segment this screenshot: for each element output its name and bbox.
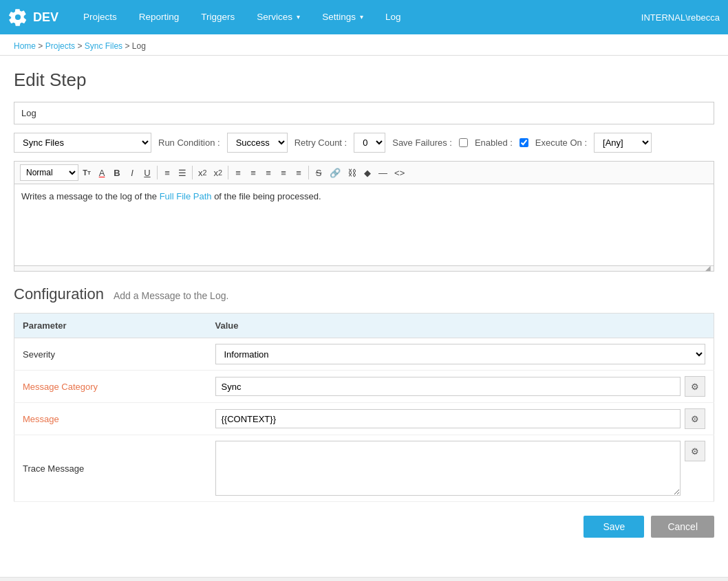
breadcrumb-projects[interactable]: Projects: [45, 41, 75, 51]
run-condition-label: Run Condition :: [158, 138, 220, 148]
trace-message-textarea[interactable]: [215, 441, 681, 496]
trace-message-value-cell: ⚙: [207, 435, 714, 502]
breadcrumb-home[interactable]: Home: [14, 41, 36, 51]
footer: © COPYRIGHT SIMEGO 2009-2017 - Ouvvi v3.…: [0, 577, 728, 581]
retry-count-select-wrap: 0123: [354, 133, 385, 153]
editor-toolbar: Normal Heading 1 Heading 2 Heading 3 TT …: [14, 161, 714, 184]
nav-item-triggers[interactable]: Triggers: [190, 0, 246, 34]
toolbar-hr-btn[interactable]: —: [376, 164, 390, 181]
toolbar-sep-3: [228, 166, 228, 179]
editor-resize-handle: ◢: [14, 266, 714, 272]
page-title: Edit Step: [14, 69, 714, 91]
nav-item-services[interactable]: Services ▾: [246, 0, 311, 34]
run-condition-select-wrap: Success Failure Any: [227, 133, 288, 153]
main-content: Edit Step Sync Files Run Condition : Suc…: [0, 56, 728, 577]
save-failures-label: Save Failures :: [392, 138, 452, 148]
execute-on-label: Execute On :: [535, 138, 587, 148]
toolbar-source-btn[interactable]: <>: [392, 164, 407, 181]
toolbar-font-color-btn[interactable]: A: [95, 164, 109, 181]
enabled-check-wrap: [520, 138, 528, 147]
brand-label: DEV: [33, 10, 58, 25]
breadcrumb-log: Log: [132, 41, 146, 51]
toolbar-font-size-btn[interactable]: TT: [80, 164, 94, 181]
column-value: Value: [207, 314, 714, 338]
action-buttons: Save Cancel: [14, 516, 714, 538]
message-label: Message: [14, 403, 207, 435]
save-failures-checkbox[interactable]: [459, 138, 468, 147]
format-select[interactable]: Normal Heading 1 Heading 2 Heading 3: [20, 164, 78, 181]
toolbar-sep-2: [192, 166, 193, 179]
navbar-user: INTERNAL\rebecca: [641, 12, 720, 23]
toolbar-subscript-btn[interactable]: x2: [195, 164, 210, 181]
message-category-input[interactable]: [215, 377, 681, 396]
message-category-row: ⚙: [215, 376, 706, 397]
toolbar-unlink-btn[interactable]: ⛓: [345, 164, 359, 181]
toolbar-bold-btn[interactable]: B: [110, 164, 124, 181]
cancel-button[interactable]: Cancel: [651, 516, 714, 538]
message-category-value-cell: ⚙: [207, 371, 714, 403]
enabled-checkbox[interactable]: [520, 138, 528, 147]
toolbar-unordered-list-btn[interactable]: ☰: [175, 164, 189, 181]
toolbar-align-right-btn[interactable]: ≡: [277, 164, 290, 181]
save-button[interactable]: Save: [584, 516, 644, 538]
configuration-section: Configuration Add a Message to the Log. …: [14, 285, 714, 502]
table-row: Message Category ⚙: [14, 371, 714, 403]
toolbar-highlight-btn[interactable]: ◆: [361, 164, 374, 181]
configuration-table: Parameter Value Severity Information War…: [14, 313, 714, 502]
toolbar-superscript-btn[interactable]: x2: [211, 164, 226, 181]
editor-area[interactable]: Writes a message to the log of the Full …: [14, 184, 714, 266]
toolbar-sep-1: [157, 166, 158, 179]
toolbar-ordered-list-btn[interactable]: ≡: [160, 164, 174, 181]
message-category-label: Message Category: [14, 371, 207, 403]
severity-value-cell: Information Warning Error Debug: [207, 338, 714, 371]
pipeline-select-wrap: Sync Files: [14, 133, 151, 153]
editor-text-after: of the file being processed.: [212, 191, 321, 201]
table-row: Severity Information Warning Error Debug: [14, 338, 714, 371]
toolbar-align-left-btn[interactable]: ≡: [246, 164, 260, 181]
message-input[interactable]: [215, 409, 681, 428]
table-row: Message ⚙: [14, 403, 714, 435]
step-name-input[interactable]: [14, 102, 714, 124]
config-row: Sync Files Run Condition : Success Failu…: [14, 133, 714, 153]
message-category-gear-btn[interactable]: ⚙: [685, 376, 705, 397]
configuration-title: Configuration Add a Message to the Log.: [14, 285, 714, 303]
toolbar-strikethrough-btn[interactable]: S: [312, 164, 325, 181]
breadcrumb-sync-files[interactable]: Sync Files: [85, 41, 122, 51]
table-row: Trace Message ⚙: [14, 435, 714, 502]
pipeline-select[interactable]: Sync Files: [14, 133, 151, 153]
brand[interactable]: DEV: [8, 8, 58, 27]
nav-item-settings[interactable]: Settings ▾: [311, 0, 374, 34]
severity-select[interactable]: Information Warning Error Debug: [215, 344, 706, 364]
retry-count-label: Retry Count :: [295, 138, 347, 148]
message-row: ⚙: [215, 408, 706, 429]
services-dropdown-arrow: ▾: [297, 0, 300, 34]
toolbar-underline-btn[interactable]: U: [140, 164, 154, 181]
execute-on-select[interactable]: [Any] Server1 Server2: [594, 133, 652, 153]
toolbar-align-justify-btn[interactable]: ≡: [231, 164, 245, 181]
editor-text-before: Writes a message to the log of the: [21, 191, 160, 201]
editor-link-text: Full File Path: [160, 191, 212, 201]
trace-message-gear-btn[interactable]: ⚙: [685, 441, 705, 461]
nav-item-log[interactable]: Log: [374, 0, 412, 34]
navbar: DEV Projects Reporting Triggers Services…: [0, 0, 728, 34]
toolbar-align-full-btn[interactable]: ≡: [292, 164, 306, 181]
message-value-cell: ⚙: [207, 403, 714, 435]
settings-dropdown-arrow: ▾: [360, 0, 363, 34]
toolbar-italic-btn[interactable]: I: [125, 164, 139, 181]
nav-menu: Projects Reporting Triggers Services ▾ S…: [72, 0, 411, 34]
toolbar-sep-4: [308, 166, 309, 179]
trace-message-label: Trace Message: [14, 435, 207, 502]
trace-message-row: ⚙: [215, 441, 706, 496]
retry-count-select[interactable]: 0123: [354, 133, 385, 153]
config-table-header-row: Parameter Value: [14, 314, 714, 338]
toolbar-link-btn[interactable]: 🔗: [327, 164, 343, 181]
nav-item-reporting[interactable]: Reporting: [128, 0, 191, 34]
message-gear-btn[interactable]: ⚙: [685, 408, 705, 429]
toolbar-align-center-btn[interactable]: ≡: [261, 164, 275, 181]
run-condition-select[interactable]: Success Failure Any: [227, 133, 288, 153]
execute-on-select-wrap: [Any] Server1 Server2: [594, 133, 652, 153]
brand-gear-icon: [8, 8, 28, 27]
nav-item-projects[interactable]: Projects: [72, 0, 128, 34]
enabled-label: Enabled :: [475, 138, 513, 148]
breadcrumb: Home > Projects > Sync Files > Log: [0, 34, 728, 56]
